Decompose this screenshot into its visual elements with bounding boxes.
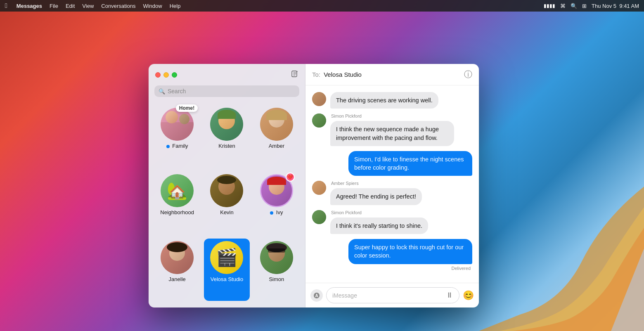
- traffic-lights: [155, 72, 177, 78]
- table-row: Simon Pickford I think it's really start…: [312, 210, 472, 234]
- table-row: The driving scenes are working well.: [312, 92, 472, 109]
- amber-msg-avatar: [312, 92, 326, 106]
- simon-msg-avatar: [312, 113, 326, 128]
- family-name: Family: [166, 143, 188, 149]
- msg6-bubble: Super happy to lock this rough cut for o…: [348, 239, 472, 264]
- msg2-group: Simon Pickford I think the new sequence …: [330, 113, 454, 146]
- msg2-sender: Simon Pickford: [330, 113, 454, 118]
- to-label: To:: [312, 71, 320, 78]
- contact-item-amber[interactable]: Amber: [254, 105, 299, 168]
- wifi-icon: ⌘: [560, 3, 566, 9]
- family-dot: [166, 145, 170, 148]
- edit-menu[interactable]: Edit: [66, 3, 75, 9]
- window-menu[interactable]: Window: [143, 3, 162, 9]
- battery-icon: ▮▮▮▮: [544, 3, 555, 9]
- contact-item-kevin[interactable]: Kevin: [204, 172, 249, 234]
- contact-item-janelle[interactable]: Janelle: [154, 239, 200, 301]
- datetime-display: Thu Nov 5 9:41 AM: [592, 3, 639, 9]
- recipient-name: Velosa Studio: [324, 71, 362, 78]
- maximize-button[interactable]: [172, 72, 177, 78]
- contacts-grid: Home! Family: [149, 102, 305, 307]
- msg6-group: Super happy to lock this rough cut for o…: [348, 239, 472, 271]
- msg1-group: The driving scenes are working well.: [330, 92, 438, 109]
- contact-item-velosa[interactable]: 🎬 Velosa Studio: [204, 239, 249, 301]
- input-placeholder: iMessage: [332, 292, 357, 299]
- chat-recipient: To: Velosa Studio: [312, 71, 464, 78]
- msg3-group: Simon, I'd like to finesse the night sce…: [348, 151, 472, 176]
- app-name-menu[interactable]: Messages: [17, 3, 42, 9]
- velosa-name: Velosa Studio: [211, 276, 244, 282]
- delivered-status: Delivered: [348, 266, 472, 271]
- msg4-sender: Amber Spiers: [330, 181, 422, 186]
- ivy-avatar-wrapper: ❤️: [260, 174, 293, 207]
- neighborhood-avatar: 🏡: [161, 174, 194, 207]
- msg4-bubble: Agreed! The ending is perfect!: [330, 188, 422, 205]
- titlebar: [149, 64, 305, 85]
- menubar-left:  Messages File Edit View Conversations …: [5, 2, 544, 9]
- family-avatar: [161, 108, 194, 141]
- chat-panel: To: Velosa Studio ⓘ The driving scenes a…: [305, 64, 479, 307]
- simon-avatar: [260, 241, 293, 274]
- kevin-name: Kevin: [220, 209, 234, 215]
- audio-waveform-icon: ⏸: [446, 291, 453, 300]
- menubar-right: ▮▮▮▮ ⌘ 🔍 ⊞ Thu Nov 5 9:41 AM: [544, 3, 639, 9]
- velosa-avatar-wrapper: 🎬: [210, 241, 243, 274]
- imessage-input[interactable]: iMessage ⏸: [326, 287, 459, 303]
- conversations-menu[interactable]: Conversations: [101, 3, 135, 9]
- amber-spiers-avatar: [312, 181, 326, 195]
- kevin-avatar: [210, 174, 243, 207]
- file-menu[interactable]: File: [50, 3, 58, 9]
- table-row: Amber Spiers Agreed! The ending is perfe…: [312, 181, 472, 205]
- emoji-button[interactable]: 😊: [463, 290, 474, 301]
- neighborhood-name: Neighborhood: [160, 209, 194, 215]
- chat-header: To: Velosa Studio ⓘ: [305, 64, 479, 85]
- svg-text:A: A: [315, 293, 318, 298]
- menubar:  Messages File Edit View Conversations …: [0, 0, 644, 12]
- compose-button[interactable]: [291, 70, 298, 80]
- contact-item-ivy[interactable]: ❤️ Ivy: [254, 172, 299, 234]
- msg5-bubble: I think it's really starting to shine.: [330, 218, 428, 234]
- info-button[interactable]: ⓘ: [464, 69, 472, 80]
- control-center-icon[interactable]: ⊞: [582, 3, 587, 9]
- msg5-sender: Simon Pickford: [330, 210, 428, 215]
- janelle-avatar: [161, 241, 194, 274]
- amber-avatar-wrapper: [260, 108, 293, 141]
- janelle-avatar-wrapper: [161, 241, 194, 274]
- minimize-button[interactable]: [163, 72, 169, 78]
- apple-menu[interactable]: : [5, 2, 7, 9]
- msg4-group: Amber Spiers Agreed! The ending is perfe…: [330, 181, 422, 205]
- table-row: Simon, I'd like to finesse the night sce…: [312, 151, 472, 176]
- chat-input-area: A iMessage ⏸ 😊: [305, 283, 479, 307]
- msg3-bubble: Simon, I'd like to finesse the night sce…: [348, 151, 472, 176]
- velosa-avatar: 🎬: [210, 241, 243, 274]
- kristen-avatar: [210, 108, 243, 141]
- ivy-dot: [270, 211, 273, 215]
- search-bar[interactable]: 🔍 Search: [154, 85, 299, 97]
- messages-window: 🔍 Search: [149, 64, 479, 307]
- amber-name: Amber: [269, 143, 284, 149]
- view-menu[interactable]: View: [82, 3, 94, 9]
- amber-avatar: [260, 108, 293, 141]
- search-menubar-icon[interactable]: 🔍: [571, 3, 577, 9]
- ivy-name: Ivy: [270, 209, 283, 215]
- msg2-bubble: I think the new sequence made a huge imp…: [330, 121, 454, 146]
- msg5-group: Simon Pickford I think it's really start…: [330, 210, 428, 234]
- contact-item-neighborhood[interactable]: 🏡 Neighborhood: [154, 172, 200, 234]
- sidebar: 🔍 Search: [149, 64, 305, 307]
- table-row: Simon Pickford I think the new sequence …: [312, 113, 472, 146]
- simon-name: Simon: [269, 276, 284, 282]
- contact-item-simon[interactable]: Simon: [254, 239, 299, 301]
- kristen-avatar-wrapper: [210, 108, 243, 141]
- janelle-name: Janelle: [169, 276, 186, 282]
- contact-item-family[interactable]: Home! Family: [154, 105, 200, 168]
- help-menu[interactable]: Help: [170, 3, 181, 9]
- close-button[interactable]: [155, 72, 161, 78]
- search-icon: 🔍: [159, 88, 165, 95]
- contact-item-kristen[interactable]: Kristen: [204, 105, 249, 168]
- chat-messages: The driving scenes are working well. Sim…: [305, 85, 479, 283]
- simon2-msg-avatar: [312, 210, 326, 224]
- kristen-name: Kristen: [218, 143, 235, 149]
- neighborhood-avatar-wrapper: 🏡: [161, 174, 194, 207]
- search-placeholder: Search: [168, 88, 186, 95]
- app-store-button[interactable]: A: [310, 289, 323, 302]
